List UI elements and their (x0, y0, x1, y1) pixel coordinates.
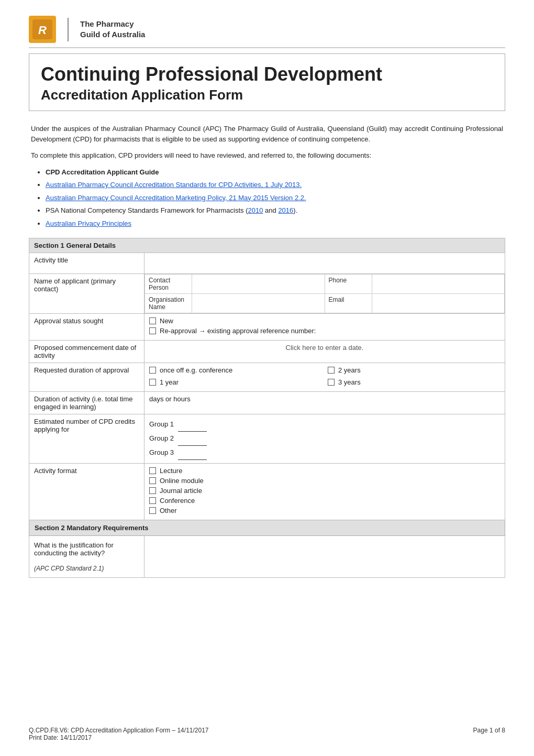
duration-2years-label: 2 years (338, 366, 361, 374)
bullet-item-2: Australian Pharmacy Council Accreditatio… (46, 180, 503, 190)
section2-header-row: Section 2 Mandatory Requirements (29, 520, 505, 536)
duration-2years-checkbox[interactable] (328, 367, 335, 374)
cpd-credits-label: Estimated number of CPD credits applying… (29, 414, 144, 464)
footer-right: Page 1 of 8 (473, 727, 505, 734)
group2-underline[interactable] (178, 432, 207, 446)
contact-subtable: Contact Person Phone Organisation Name (144, 274, 505, 313)
sub-title: Accreditation Application Form (41, 87, 493, 103)
bullet-item-3: Australian Pharmacy Council Accreditatio… (46, 193, 503, 203)
group3-line: Group 3 (149, 446, 500, 460)
duration-row: Requested duration of approval once off … (29, 363, 505, 392)
logo-divider (68, 18, 69, 41)
format-conference-checkbox[interactable] (149, 497, 156, 504)
format-journal-row: Journal article (149, 487, 500, 495)
phone-label: Phone (325, 275, 372, 294)
activity-duration-row: Duration of activity (i.e. total time en… (29, 392, 505, 414)
format-online-label: Online module (160, 477, 204, 485)
phone-value[interactable] (372, 275, 505, 294)
email-label: Email (325, 294, 372, 313)
email-value[interactable] (372, 294, 505, 313)
page: R The Pharmacy Guild of Australia Contin… (0, 0, 534, 756)
intro-section: Under the auspices of the Australian Pha… (29, 124, 505, 228)
duration-once-off-checkbox[interactable] (149, 367, 156, 374)
cpd-credits-value-cell: Group 1 Group 2 Group 3 (144, 414, 505, 464)
footer-line2: Print Date: 14/11/2017 (29, 734, 209, 741)
approval-new-label: New (160, 317, 173, 325)
approval-reapproval-label: Re-approval → existing approval referenc… (160, 327, 316, 335)
activity-title-label: Activity title (29, 253, 144, 274)
approval-reapproval-checkbox[interactable] (149, 327, 156, 334)
group3-label: Group 3 (149, 448, 174, 456)
format-other-label: Other (160, 507, 177, 514)
format-conference-label: Conference (160, 497, 195, 505)
format-other-checkbox[interactable] (149, 507, 156, 514)
intro-para1: Under the auspices of the Australian Pha… (31, 124, 503, 144)
justification-note: (APC CPD Standard 2.1) (34, 565, 139, 572)
date-value-cell[interactable]: Click here to enter a date. (144, 341, 505, 363)
svg-text:R: R (38, 24, 47, 37)
format-value-cell: Lecture Online module Journal article Co… (144, 464, 505, 520)
group1-line: Group 1 (149, 418, 500, 432)
org-name-label: Organisation Name (145, 294, 192, 313)
approval-reapproval-row: Re-approval → existing approval referenc… (149, 327, 500, 335)
duration-once-off-label: once off e.g. conference (160, 366, 232, 374)
approval-row: Approval status sought New Re-approval →… (29, 314, 505, 341)
group2-line: Group 2 (149, 432, 500, 446)
applicant-row: Name of applicant (primary contact) Cont… (29, 274, 505, 314)
section2-header-cell: Section 2 Mandatory Requirements (29, 520, 505, 536)
section1-table: Section 1 General Details Activity title… (29, 238, 505, 578)
date-placeholder: Click here to enter a date. (286, 344, 364, 352)
main-title: Continuing Professional Development (41, 63, 493, 85)
activity-duration-value-cell: days or hours (144, 392, 505, 414)
org-name-value[interactable] (192, 294, 325, 313)
duration-1year-label: 1 year (160, 378, 179, 386)
duration-label: Requested duration of approval (29, 363, 144, 392)
approval-new-checkbox[interactable] (149, 317, 156, 324)
bullet-item-5: Australian Privacy Principles (46, 218, 503, 229)
justification-label-text: What is the justification for conducting… (34, 541, 139, 557)
approval-label: Approval status sought (29, 314, 144, 341)
format-journal-checkbox[interactable] (149, 487, 156, 494)
section1-header-row: Section 1 General Details (29, 238, 505, 253)
logo-box: R The Pharmacy Guild of Australia (29, 16, 145, 43)
cpd-groups: Group 1 Group 2 Group 3 (149, 418, 500, 460)
pharmacy-logo-icon: R (29, 16, 56, 43)
section1-header-cell: Section 1 General Details (29, 238, 505, 253)
group1-underline[interactable] (178, 418, 207, 432)
format-journal-label: Journal article (160, 487, 202, 495)
page-number: Page 1 of 8 (473, 727, 505, 734)
approval-value-cell: New Re-approval → existing approval refe… (144, 314, 505, 341)
duration-value-cell: once off e.g. conference 2 years 1 year … (144, 363, 505, 392)
duration-1year-row: 1 year (149, 378, 321, 386)
duration-3years-row: 3 years (328, 378, 500, 386)
format-label: Activity format (29, 464, 144, 520)
title-section: Continuing Professional Development Accr… (29, 53, 505, 111)
format-conference-row: Conference (149, 497, 500, 505)
group1-label: Group 1 (149, 420, 174, 428)
date-row: Proposed commencement date of activity C… (29, 341, 505, 363)
contact-person-value[interactable] (192, 275, 325, 294)
justification-label: What is the justification for conducting… (29, 536, 144, 578)
activity-title-value[interactable] (144, 253, 505, 274)
bullet-list: CPD Accreditation Applicant Guide Austra… (31, 167, 503, 229)
contact-row2: Organisation Name Email (145, 294, 505, 313)
duration-3years-checkbox[interactable] (328, 379, 335, 386)
duration-1year-checkbox[interactable] (149, 379, 156, 386)
footer-left: Q.CPD.F8.V6: CPD Accreditation Applicati… (29, 727, 209, 741)
applicant-label: Name of applicant (primary contact) (29, 274, 144, 314)
format-online-checkbox[interactable] (149, 477, 156, 484)
justification-value[interactable] (144, 536, 505, 578)
contact-person-label: Contact Person (145, 275, 192, 294)
justification-row: What is the justification for conducting… (29, 536, 505, 578)
format-other-row: Other (149, 507, 500, 514)
bullet-item-1: CPD Accreditation Applicant Guide (46, 167, 503, 178)
format-lecture-checkbox[interactable] (149, 467, 156, 474)
header: R The Pharmacy Guild of Australia (29, 16, 505, 48)
format-row: Activity format Lecture Online module Jo… (29, 464, 505, 520)
format-lecture-row: Lecture (149, 467, 500, 475)
group3-underline[interactable] (178, 446, 207, 460)
days-hours-text: days or hours (149, 395, 191, 403)
duration-2years-row: 2 years (328, 366, 500, 374)
format-online-row: Online module (149, 477, 500, 485)
approval-new-row: New (149, 317, 500, 325)
